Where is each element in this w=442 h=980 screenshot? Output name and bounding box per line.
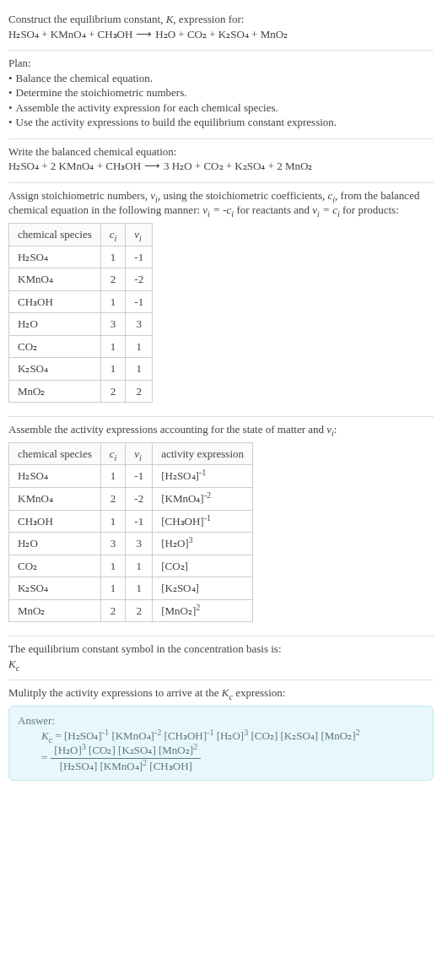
act-base: [CH₃OH] xyxy=(161,515,204,528)
bullet-icon: • xyxy=(8,85,13,100)
act-base: [K₂SO₄] xyxy=(161,582,199,594)
cell-c: 1 xyxy=(100,510,126,533)
cell-species: MnO₂ xyxy=(9,380,101,403)
cell-species: H₂O xyxy=(9,313,101,336)
plan-item: •Assemble the activity expression for ea… xyxy=(8,100,434,116)
cell-c: 2 xyxy=(100,268,126,291)
nu-eq-minus-c: νi = -ci xyxy=(202,203,234,216)
answer-box: Answer: Kc = [H₂SO₄]-1 [KMnO₄]-2 [CH₃OH]… xyxy=(8,706,434,781)
balanced-equation: H₂SO₄ + 2 KMnO₄ + CH₃OH ⟶ 3 H₂O + CO₂ + … xyxy=(8,159,434,174)
cell-species: CH₃OH xyxy=(9,290,101,313)
cell-v: 2 xyxy=(126,599,153,622)
th-ci: ci xyxy=(100,442,126,465)
nu-symbol: νi xyxy=(326,423,334,436)
cell-species: K₂SO₄ xyxy=(9,358,101,381)
table-row: CO₂11[CO₂] xyxy=(9,555,253,577)
table-header-row: chemical species ci νi xyxy=(9,224,153,246)
table-row: H₂O33[H₂O]3 xyxy=(9,533,253,555)
arrow-icon: ⟶ xyxy=(136,27,152,42)
cell-activity: [H₂O]3 xyxy=(153,533,253,555)
table-row: CH₃OH1-1 xyxy=(9,290,153,313)
plan-item-text: Use the activity expressions to build th… xyxy=(16,115,337,130)
cell-species: CO₂ xyxy=(9,555,101,577)
activity-title: Assemble the activity expressions accoun… xyxy=(8,422,434,437)
cell-v: -1 xyxy=(126,510,153,533)
cell-v: 1 xyxy=(126,555,153,577)
conc-text: The equilibrium constant symbol in the c… xyxy=(8,642,434,657)
cell-c: 2 xyxy=(100,488,126,511)
cell-c: 1 xyxy=(100,335,126,358)
table-row: KMnO₄2-2[KMnO₄]-2 xyxy=(9,488,253,511)
cell-c: 1 xyxy=(100,358,126,381)
act-exp: 2 xyxy=(196,602,200,611)
act-exp: 3 xyxy=(189,535,193,544)
term: [CH₃OH]-1 xyxy=(164,729,214,742)
term: [MnO₂]2 xyxy=(321,729,359,742)
final-section: Mulitply the activity expressions to arr… xyxy=(8,680,434,789)
cell-activity: [KMnO₄]-2 xyxy=(153,488,253,511)
cell-activity: [CH₃OH]-1 xyxy=(153,510,253,533)
equals-sign: = xyxy=(41,750,47,766)
cell-v: -2 xyxy=(126,268,153,291)
nu-symbol: νi xyxy=(150,189,158,202)
table-header-row: chemical species ci νi activity expressi… xyxy=(9,442,253,465)
term: [K₂SO₄] xyxy=(280,729,318,742)
act-base: [MnO₂] xyxy=(161,604,196,617)
stoich-section: Assign stoichiometric numbers, νi, using… xyxy=(8,183,434,417)
answer-line1: Kc = [H₂SO₄]-1 [KMnO₄]-2 [CH₃OH]-1 [H₂O]… xyxy=(18,728,424,744)
cell-species: K₂SO₄ xyxy=(9,577,101,600)
cell-c: 2 xyxy=(100,599,126,622)
cell-c: 3 xyxy=(100,533,126,555)
cell-species: H₂O xyxy=(9,533,101,555)
balanced-title: Write the balanced chemical equation: xyxy=(8,144,434,160)
act-base: [CO₂] xyxy=(161,560,188,572)
act-base: [H₂O] xyxy=(161,537,188,550)
cell-v: 2 xyxy=(126,380,153,403)
balanced-section: Write the balanced chemical equation: H₂… xyxy=(8,139,434,183)
cell-species: KMnO₄ xyxy=(9,268,101,291)
act-base: [KMnO₄] xyxy=(161,492,204,505)
table-row: H₂SO₄1-1 xyxy=(9,246,153,268)
th-vi: νi xyxy=(126,224,153,246)
table-row: H₂O33 xyxy=(9,313,153,336)
cell-c: 1 xyxy=(100,465,126,488)
plan-item-text: Balance the chemical equation. xyxy=(16,71,153,86)
act-base: [H₂SO₄] xyxy=(161,469,199,482)
kc-symbol: Kc xyxy=(222,686,233,699)
cell-activity: [MnO₂]2 xyxy=(153,599,253,622)
table-row: K₂SO₄11[K₂SO₄] xyxy=(9,577,253,600)
cell-activity: [K₂SO₄] xyxy=(153,577,253,600)
cell-v: 1 xyxy=(126,358,153,381)
table-row: CO₂11 xyxy=(9,335,153,358)
cell-species: CH₃OH xyxy=(9,510,101,533)
stoich-text: Assign stoichiometric numbers, νi, using… xyxy=(8,188,434,218)
activity-table: chemical species ci νi activity expressi… xyxy=(8,442,253,622)
arrow-icon: ⟶ xyxy=(144,159,160,174)
answer-line2: = [H₂O]3 [CO₂] [K₂SO₄] [MnO₂]2 [H₂SO₄] [… xyxy=(18,743,424,773)
fraction-numerator: [H₂O]3 [CO₂] [K₂SO₄] [MnO₂]2 xyxy=(51,743,201,759)
intro-lhs: H₂SO₄ + KMnO₄ + CH₃OH xyxy=(8,27,132,42)
cell-species: KMnO₄ xyxy=(9,488,101,511)
cell-c: 1 xyxy=(100,290,126,313)
final-title-b: expression: xyxy=(233,686,285,699)
intro-text-a: Construct the equilibrium constant, xyxy=(8,13,166,25)
cell-species: H₂SO₄ xyxy=(9,246,101,268)
stoich-text-d: for reactants and xyxy=(234,203,312,216)
cell-c: 1 xyxy=(100,577,126,600)
activity-title-b: : xyxy=(334,423,337,436)
final-title: Mulitply the activity expressions to arr… xyxy=(8,685,434,701)
bullet-icon: • xyxy=(8,115,13,130)
plan-item: •Use the activity expressions to build t… xyxy=(8,115,434,130)
th-vi: νi xyxy=(126,442,153,465)
cell-v: -1 xyxy=(126,246,153,268)
kc-symbol: Kc xyxy=(41,729,52,742)
final-title-a: Mulitply the activity expressions to arr… xyxy=(8,686,222,699)
bullet-icon: • xyxy=(8,71,13,86)
fraction-denominator: [H₂SO₄] [KMnO₄]2 [CH₃OH] xyxy=(51,759,201,774)
table-row: MnO₂22 xyxy=(9,380,153,403)
table-row: MnO₂22[MnO₂]2 xyxy=(9,599,253,622)
fraction: [H₂O]3 [CO₂] [K₂SO₄] [MnO₂]2 [H₂SO₄] [KM… xyxy=(51,743,201,773)
cell-v: -1 xyxy=(126,290,153,313)
plan-section: Plan: •Balance the chemical equation. •D… xyxy=(8,51,434,139)
table-row: K₂SO₄11 xyxy=(9,358,153,381)
